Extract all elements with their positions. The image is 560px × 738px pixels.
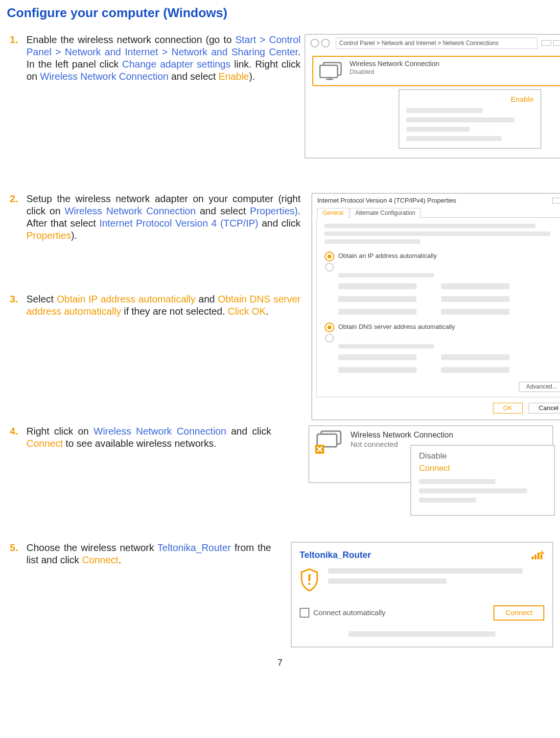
radio-obtain-dns-auto[interactable]: Obtain DNS server address automatically — [325, 323, 560, 332]
connect-button[interactable]: Connect — [493, 605, 544, 621]
advanced-button[interactable]: Advanced... — [519, 382, 560, 392]
ok-button[interactable]: OK — [493, 403, 523, 414]
cancel-button[interactable]: Cancel — [529, 403, 560, 414]
wifi-ssid: Teltonika_Router — [300, 550, 371, 561]
connection-status: Disabled — [350, 68, 440, 76]
radio-obtain-ip-auto[interactable]: Obtain an IP address automatically — [325, 252, 560, 261]
breadcrumb: Control Panel > Network and Internet > N… — [336, 38, 537, 49]
network-connections-window: Control Panel > Network and Internet > N… — [304, 34, 560, 159]
connection-name: Wireless Network Connection — [350, 430, 453, 440]
step-3-text: Select Obtain IP address automatically a… — [26, 293, 301, 318]
svg-rect-12 — [541, 551, 542, 553]
context-menu: Enable — [398, 89, 541, 149]
page-number: 7 — [7, 657, 553, 669]
radio-use-dns[interactable] — [325, 334, 334, 343]
step-1-text: Enable the wireless network connection (… — [26, 34, 301, 83]
svg-rect-9 — [537, 553, 539, 559]
connection-item[interactable]: Wireless Network Connection Disabled — [312, 56, 560, 86]
wifi-network-panel: Teltonika_Router — [291, 542, 553, 647]
step-4-text: Right click on Wireless Network Connecti… — [26, 425, 271, 450]
svg-rect-13 — [541, 553, 542, 554]
connect-automatically-checkbox[interactable]: Connect automatically — [300, 608, 386, 618]
shield-warning-icon — [300, 568, 319, 595]
connect-menu-item[interactable]: Connect — [419, 463, 546, 473]
monitor-x-icon — [315, 430, 345, 455]
svg-rect-14 — [308, 574, 310, 581]
svg-rect-15 — [308, 583, 310, 585]
window-buttons-icon — [541, 40, 560, 46]
window-buttons-icon — [552, 198, 560, 204]
svg-rect-1 — [320, 65, 338, 77]
svg-rect-7 — [532, 556, 534, 559]
step-5-text: Choose the wireless network Teltonika_Ro… — [26, 542, 271, 566]
svg-rect-8 — [535, 554, 537, 559]
connection-name: Wireless Network Connection — [350, 60, 440, 69]
step-2-text: Setup the wireless network adapter on yo… — [26, 193, 301, 242]
context-menu: Disable Connect — [410, 445, 555, 516]
wireless-connection-context: Wireless Network Connection Not connecte… — [308, 425, 553, 483]
window-title: Internet Protocol Version 4 (TCP/IPv4) P… — [317, 197, 456, 205]
enable-menu-item[interactable]: Enable — [406, 95, 534, 104]
wifi-signal-warning-icon — [531, 550, 544, 563]
radio-use-ip[interactable] — [325, 263, 334, 272]
page-title: Configure your computer (Windows) — [7, 5, 553, 21]
monitor-icon — [318, 60, 345, 82]
tab-alternate[interactable]: Alternate Configuration — [350, 208, 421, 218]
disable-menu-item[interactable]: Disable — [419, 451, 546, 461]
nav-back-forward-icon — [310, 39, 330, 47]
tab-general[interactable]: General — [317, 208, 349, 218]
